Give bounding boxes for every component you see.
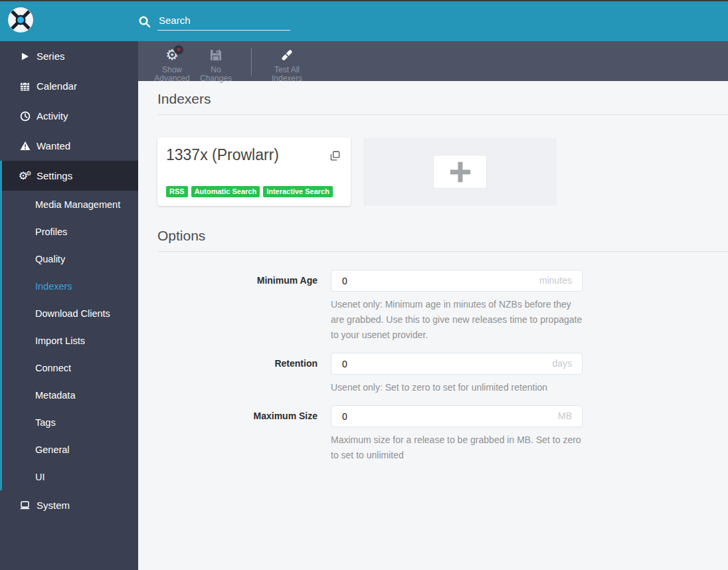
retention-help: Usenet only: Set to zero to set for unli… [331,380,583,395]
sidebar-item-metadata[interactable]: Metadata [2,381,138,409]
minimum-age-row: Minimum Age minutes Usenet only: Minimum… [157,270,728,343]
page-toolbar: ⚙ ✕ Show Advanced No Changes [138,41,728,81]
maximum-size-input[interactable] [331,405,583,427]
sidebar-settings-group: ⚙⚙ Settings Media Management Profiles Qu… [0,161,138,490]
retention-input[interactable] [331,353,583,375]
toolbar-separator [251,48,252,76]
maximum-size-row: Maximum Size MB Maximum size for a relea… [157,405,728,463]
calendar-icon [19,81,31,92]
app-logo[interactable] [0,7,138,35]
computer-icon [19,501,31,510]
maximum-size-unit: MB [558,411,572,421]
search-input[interactable] [157,12,290,31]
tag-automatic-search: Automatic Search [191,186,260,197]
sidebar-item-settings[interactable]: ⚙⚙ Settings [2,161,138,191]
sidebar-item-label: Series [37,50,65,62]
sidebar-item-label: System [37,500,70,511]
clone-icon[interactable] [330,151,340,163]
sidebar-item-ui[interactable]: UI [2,463,138,490]
sidebar-item-quality[interactable]: Quality [2,245,138,272]
maximum-size-help: Maximum size for a release to be grabbed… [331,432,583,463]
retention-row: Retention days Usenet only: Set to zero … [157,353,728,395]
settings-indexers-page: Indexers 1337x (Prowlarr) RSS Automatic … [138,81,728,570]
options-section-title: Options [157,228,728,252]
add-indexer-button[interactable] [433,155,487,189]
sidebar: Series Calendar [0,41,138,570]
sidebar-item-label: Calendar [37,80,77,92]
sonarr-logo-icon [8,7,33,33]
minimum-age-help: Usenet only: Minimum age in minutes of N… [331,297,583,343]
test-vial-icon [279,47,295,64]
sidebar-item-label: Settings [37,170,72,181]
tag-rss: RSS [166,186,188,197]
sidebar-item-media-management[interactable]: Media Management [2,191,138,218]
options-form: Minimum Age minutes Usenet only: Minimum… [157,270,728,463]
indexer-card-title: 1337x (Prowlarr) [166,146,342,164]
indexer-card[interactable]: 1337x (Prowlarr) RSS Automatic Search In… [157,138,351,206]
clock-icon [19,111,31,122]
sidebar-item-import-lists[interactable]: Import Lists [2,327,138,354]
search-icon [138,15,151,28]
minimum-age-unit: minutes [539,275,572,286]
advanced-x-badge-icon: ✕ [174,45,183,54]
sidebar-item-system[interactable]: System [0,490,138,520]
sidebar-item-general[interactable]: General [2,436,138,463]
save-icon [209,47,223,64]
page-title: Indexers [157,91,728,115]
gears-icon: ⚙⚙ [19,171,31,181]
sidebar-item-connect[interactable]: Connect [2,354,138,381]
search-bar [138,12,290,31]
play-icon [19,52,31,61]
sidebar-item-series[interactable]: Series [0,41,138,71]
sidebar-item-label: Wanted [37,140,70,151]
warning-icon [19,141,31,151]
no-changes-button[interactable]: No Changes [194,47,238,83]
minimum-age-label: Minimum Age [157,270,318,343]
retention-label: Retention [157,353,318,395]
sidebar-item-tags[interactable]: Tags [2,409,138,436]
retention-unit: days [552,358,572,369]
sidebar-item-download-clients[interactable]: Download Clients [2,300,138,327]
sidebar-item-profiles[interactable]: Profiles [2,218,138,245]
app-header [0,1,728,41]
show-advanced-button[interactable]: ⚙ ✕ Show Advanced [150,47,194,83]
sidebar-item-indexers[interactable]: Indexers [2,272,138,300]
sidebar-item-activity[interactable]: Activity [0,101,138,131]
indexer-capability-tags: RSS Automatic Search Interactive Search [166,186,336,197]
sidebar-item-calendar[interactable]: Calendar [0,71,138,101]
maximum-size-label: Maximum Size [157,405,318,463]
add-indexer-card[interactable] [363,138,557,206]
test-all-indexers-button[interactable]: Test All Indexers [265,47,309,83]
tag-interactive-search: Interactive Search [263,186,333,197]
plus-icon [448,159,473,185]
sidebar-item-label: Activity [37,110,68,122]
sidebar-item-wanted[interactable]: Wanted [0,131,138,161]
